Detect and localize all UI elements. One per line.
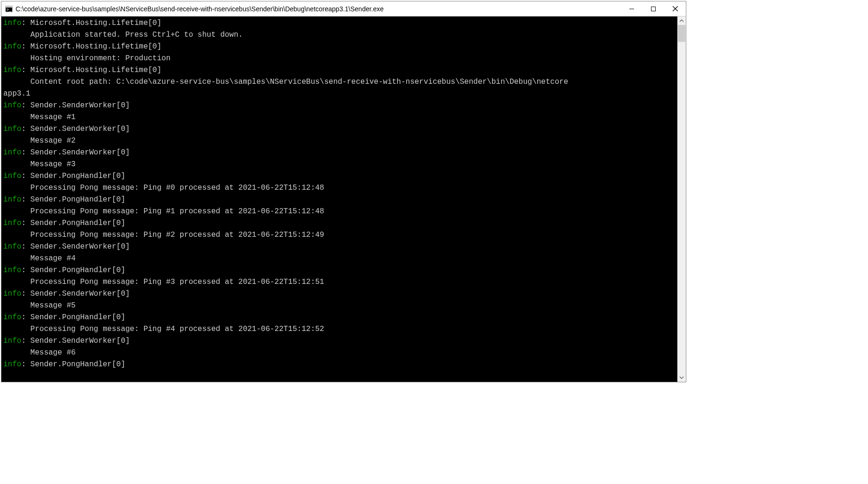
log-line: info: Sender.PongHandler[0] <box>3 170 677 182</box>
log-message-wrap: app3.1 <box>3 88 677 100</box>
log-message: Processing Pong message: Ping #1 process… <box>3 206 677 218</box>
log-source: : Sender.SenderWorker[0] <box>21 101 129 110</box>
log-level: info <box>3 101 21 110</box>
client-area: info: Microsoft.Hosting.Lifetime[0] Appl… <box>1 16 686 382</box>
log-message: Message #5 <box>3 300 677 312</box>
titlebar[interactable]: >_ C:\code\azure-service-bus\samples\NSe… <box>1 1 686 16</box>
log-message: Processing Pong message: Ping #2 process… <box>3 229 677 241</box>
log-line: info: Sender.SenderWorker[0] <box>3 147 677 159</box>
minimize-button[interactable] <box>621 1 643 16</box>
log-source: : Sender.SenderWorker[0] <box>21 148 129 157</box>
log-source: : Sender.PongHandler[0] <box>21 219 125 227</box>
log-source: : Microsoft.Hosting.Lifetime[0] <box>21 19 161 27</box>
log-line: info: Microsoft.Hosting.Lifetime[0] <box>3 17 677 29</box>
log-line: info: Sender.PongHandler[0] <box>3 265 677 276</box>
console-window: >_ C:\code\azure-service-bus\samples\NSe… <box>1 1 686 382</box>
log-message: Content root path: C:\code\azure-service… <box>3 76 677 88</box>
log-line: info: Sender.PongHandler[0] <box>3 312 677 323</box>
scroll-track[interactable] <box>677 25 686 373</box>
app-icon: >_ <box>5 5 13 13</box>
log-source: : Sender.PongHandler[0] <box>21 266 125 274</box>
log-line: info: Sender.SenderWorker[0] <box>3 241 677 253</box>
log-line: info: Sender.PongHandler[0] <box>3 218 677 229</box>
window-title: C:\code\azure-service-bus\samples\NServi… <box>16 5 384 13</box>
log-line: info: Sender.SenderWorker[0] <box>3 123 677 135</box>
log-source: : Sender.PongHandler[0] <box>21 195 125 204</box>
close-button[interactable] <box>664 1 686 16</box>
log-level: info <box>3 172 21 180</box>
log-level: info <box>3 360 21 369</box>
log-level: info <box>3 219 21 227</box>
log-line: info: Sender.SenderWorker[0] <box>3 100 677 112</box>
log-message: Processing Pong message: Ping #3 process… <box>3 276 677 288</box>
scroll-up-arrow-icon[interactable] <box>677 16 686 25</box>
log-message: Processing Pong message: Ping #0 process… <box>3 182 677 194</box>
log-level: info <box>3 313 21 322</box>
log-level: info <box>3 42 21 51</box>
log-message: Message #1 <box>3 112 677 123</box>
log-message: Application started. Press Ctrl+C to shu… <box>3 29 677 41</box>
log-level: info <box>3 148 21 157</box>
log-source: : Sender.PongHandler[0] <box>21 313 125 322</box>
log-level: info <box>3 290 21 298</box>
log-level: info <box>3 195 21 204</box>
log-line: info: Sender.PongHandler[0] <box>3 359 677 371</box>
log-message: Message #6 <box>3 347 677 359</box>
log-message: Processing Pong message: Ping #4 process… <box>3 323 677 335</box>
log-level: info <box>3 242 21 251</box>
vertical-scrollbar[interactable] <box>677 16 686 382</box>
scroll-down-arrow-icon[interactable] <box>677 373 686 382</box>
window-controls <box>621 1 686 16</box>
log-source: : Sender.PongHandler[0] <box>21 172 125 180</box>
log-level: info <box>3 66 21 74</box>
svg-rect-4 <box>651 7 656 11</box>
log-level: info <box>3 266 21 274</box>
log-message: Hosting environment: Production <box>3 53 677 65</box>
log-message: Message #4 <box>3 253 677 265</box>
log-message: Message #3 <box>3 159 677 170</box>
log-line: info: Sender.SenderWorker[0] <box>3 335 677 347</box>
log-line: info: Microsoft.Hosting.Lifetime[0] <box>3 41 677 53</box>
console-output[interactable]: info: Microsoft.Hosting.Lifetime[0] Appl… <box>1 16 677 382</box>
log-source: : Sender.PongHandler[0] <box>21 360 125 369</box>
maximize-button[interactable] <box>643 1 664 16</box>
log-source: : Sender.SenderWorker[0] <box>21 337 129 345</box>
log-line: info: Microsoft.Hosting.Lifetime[0] <box>3 65 677 76</box>
log-line: info: Sender.SenderWorker[0] <box>3 288 677 300</box>
log-line: info: Sender.PongHandler[0] <box>3 194 677 206</box>
scroll-thumb[interactable] <box>678 25 685 42</box>
log-message: Message #2 <box>3 135 677 147</box>
log-source: : Sender.SenderWorker[0] <box>21 125 129 133</box>
log-source: : Sender.SenderWorker[0] <box>21 290 129 298</box>
log-level: info <box>3 19 21 27</box>
log-source: : Sender.SenderWorker[0] <box>21 242 129 251</box>
log-source: : Microsoft.Hosting.Lifetime[0] <box>21 42 161 51</box>
log-level: info <box>3 337 21 345</box>
log-level: info <box>3 125 21 133</box>
log-source: : Microsoft.Hosting.Lifetime[0] <box>21 66 161 74</box>
svg-text:>_: >_ <box>7 8 11 12</box>
